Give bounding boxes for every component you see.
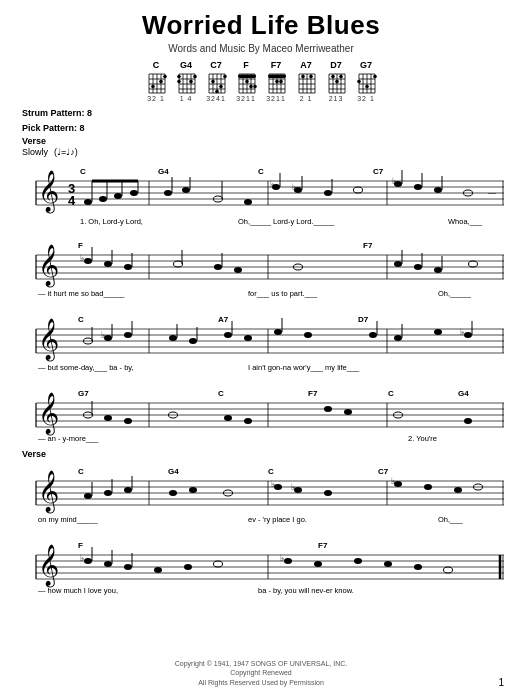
svg-point-315 [84, 558, 92, 564]
copyright: Copyright © 1941, 1947 SONGS OF UNIVERSA… [0, 659, 522, 688]
svg-point-223 [244, 335, 252, 341]
svg-text:— but some-day,___ ba - by,: — but some-day,___ ba - by, [38, 363, 134, 372]
svg-point-153 [434, 187, 442, 193]
svg-point-324 [214, 561, 223, 567]
svg-point-11 [159, 80, 163, 84]
svg-point-221 [224, 332, 232, 338]
svg-point-261 [344, 409, 352, 415]
svg-point-295 [394, 481, 402, 487]
chord-g4: G4 1 4 [175, 60, 197, 102]
svg-text:— an - y-more___: — an - y-more___ [38, 434, 99, 443]
svg-text:F: F [78, 241, 83, 250]
svg-text:♭: ♭ [392, 176, 396, 186]
svg-point-90 [331, 75, 335, 79]
svg-point-281 [84, 493, 92, 499]
svg-point-52 [245, 80, 249, 84]
svg-point-180 [174, 261, 183, 267]
svg-text:♭: ♭ [80, 553, 84, 563]
svg-point-127 [114, 193, 122, 199]
svg-text:𝄞: 𝄞 [38, 244, 59, 288]
svg-point-285 [124, 487, 132, 493]
svg-text:Whoa,___: Whoa,___ [448, 217, 483, 226]
svg-text:♭: ♭ [291, 482, 295, 492]
svg-point-219 [189, 338, 197, 344]
svg-point-212 [104, 335, 112, 341]
svg-text:F7: F7 [318, 541, 328, 550]
svg-point-37 [223, 75, 227, 79]
chord-c: C 32 1 [145, 60, 167, 102]
svg-text:𝄞: 𝄞 [38, 392, 59, 436]
page-number: 1 [498, 677, 504, 688]
verse-label: Verse [22, 136, 46, 146]
svg-point-184 [234, 267, 242, 273]
svg-text:C: C [78, 315, 84, 324]
svg-point-227 [369, 332, 377, 338]
tempo-text: Slowly [22, 147, 48, 157]
svg-point-145 [324, 190, 332, 196]
svg-text:C7: C7 [378, 467, 389, 476]
svg-point-25 [189, 80, 193, 84]
svg-point-78 [301, 75, 305, 79]
svg-text:C: C [268, 467, 274, 476]
svg-point-123 [84, 199, 92, 205]
svg-text:D7: D7 [358, 315, 369, 324]
svg-text:♭: ♭ [460, 327, 464, 337]
chord-diagrams: C 32 1 G4 [18, 60, 504, 102]
svg-point-67 [279, 80, 283, 84]
svg-point-125 [99, 196, 107, 202]
svg-text:♭: ♭ [80, 253, 84, 263]
svg-point-263 [464, 418, 472, 424]
svg-text:♭: ♭ [101, 330, 105, 340]
chord-c7: C7 3241 [205, 60, 227, 102]
svg-point-292 [294, 487, 302, 493]
page: Worried Life Blues Words and Music By Ma… [0, 0, 522, 696]
svg-point-38 [211, 80, 215, 84]
svg-text:C: C [258, 167, 264, 176]
svg-point-92 [335, 80, 339, 84]
svg-point-290 [274, 484, 282, 490]
svg-point-328 [354, 558, 362, 564]
svg-point-132 [164, 190, 172, 196]
svg-point-325 [284, 558, 292, 564]
svg-text:𝄞: 𝄞 [38, 318, 59, 362]
svg-text:C: C [78, 467, 84, 476]
svg-point-215 [124, 332, 132, 338]
svg-point-10 [163, 75, 167, 79]
staff-row-2: 𝄞 F F7 ♭ — it hurt me [18, 233, 504, 307]
svg-point-178 [124, 264, 132, 270]
svg-text:C: C [80, 167, 86, 176]
svg-point-26 [193, 75, 197, 79]
strum-pattern: Strum Pattern: 8 [22, 107, 504, 120]
svg-point-173 [84, 258, 92, 264]
svg-point-40 [215, 90, 219, 94]
svg-text:♭: ♭ [271, 479, 275, 489]
svg-text:C7: C7 [373, 167, 384, 176]
svg-point-188 [414, 264, 422, 270]
svg-point-12 [151, 85, 155, 89]
svg-point-134 [182, 187, 190, 193]
svg-point-224 [274, 329, 282, 335]
svg-text:— how much I love you,: — how much I love you, [38, 586, 118, 595]
svg-point-23 [177, 75, 181, 79]
svg-point-298 [454, 487, 462, 493]
svg-point-297 [424, 484, 432, 490]
svg-text:F7: F7 [308, 389, 318, 398]
svg-text:G4: G4 [458, 389, 469, 398]
chord-a7: A7 2 1 [295, 60, 317, 102]
svg-text:C: C [388, 389, 394, 398]
svg-text:Oh,_____ Lord-y Lord._____: Oh,_____ Lord-y Lord._____ [238, 217, 335, 226]
svg-point-138 [244, 199, 252, 205]
svg-point-39 [219, 85, 223, 89]
svg-point-259 [244, 418, 252, 424]
svg-point-147 [354, 187, 363, 193]
svg-text:♭: ♭ [270, 179, 274, 189]
song-subtitle: Words and Music By Maceo Merriweather [18, 43, 504, 54]
chord-f7: F7 3211 [265, 60, 287, 102]
svg-point-287 [169, 490, 177, 496]
svg-point-151 [414, 184, 422, 190]
staff-row-4: 𝄞 G7 C F7 C G4 — an - y-more___ 2. You'r… [18, 381, 504, 449]
svg-point-182 [214, 264, 222, 270]
svg-point-283 [104, 490, 112, 496]
svg-text:1. Oh, Lord-y Lord,: 1. Oh, Lord-y Lord, [80, 217, 143, 226]
svg-point-255 [104, 415, 112, 421]
